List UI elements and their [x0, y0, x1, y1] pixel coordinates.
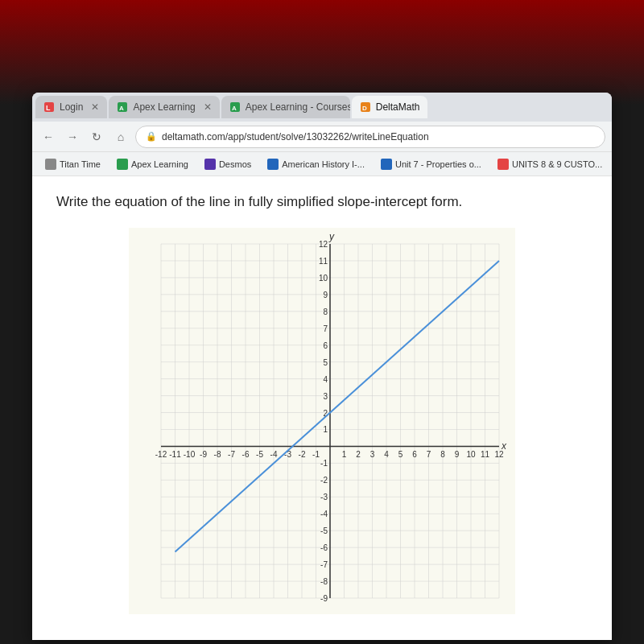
bookmark-apex[interactable]: Apex Learning — [110, 157, 195, 171]
apex-bookmark-icon — [117, 159, 128, 170]
svg-text:L: L — [46, 104, 51, 112]
svg-text:A: A — [232, 105, 237, 112]
tab-deltamath-label: DeltaMath — [376, 101, 420, 113]
tab-apex[interactable]: A Apex Learning ✕ — [109, 96, 219, 118]
svg-text:D: D — [362, 105, 367, 112]
bookmark-unit7-label: Unit 7 - Properties o... — [395, 159, 481, 169]
tab-apex-label: Apex Learning — [133, 101, 195, 113]
deltamath-tab-icon: D — [360, 101, 371, 113]
browser-window: L Login ✕ A Apex Learning ✕ A — [32, 93, 612, 640]
forward-button[interactable]: → — [63, 127, 82, 147]
units89-icon — [497, 159, 509, 170]
address-lock-icon: 🔒 — [146, 131, 157, 142]
bookmark-unit7[interactable]: Unit 7 - Properties o... — [374, 157, 488, 171]
desmos-icon — [204, 159, 216, 170]
bookmark-desmos-label: Desmos — [219, 159, 251, 169]
bookmark-american-history-label: American History I-... — [282, 159, 365, 169]
math-graph-canvas — [129, 228, 515, 614]
svg-text:A: A — [119, 105, 124, 112]
address-bar-row: ← → ↻ ⌂ 🔒 deltamath.com/app/student/solv… — [32, 122, 612, 152]
tab-apex-close[interactable]: ✕ — [204, 101, 212, 113]
bookmarks-bar: Titan Time Apex Learning Desmos American… — [32, 152, 612, 176]
american-history-icon — [267, 159, 279, 170]
apex-tab-icon: A — [117, 101, 128, 113]
problem-title: Write the equation of the line in fully … — [56, 192, 588, 212]
tab-login-label: Login — [60, 101, 83, 113]
graph-container — [56, 228, 588, 614]
refresh-button[interactable]: ↻ — [87, 127, 106, 147]
bookmark-titan-time-label: Titan Time — [60, 159, 101, 169]
bookmark-desmos[interactable]: Desmos — [198, 157, 258, 171]
tab-apex-courses[interactable]: A Apex Learning - Courses ✕ — [221, 96, 350, 118]
login-tab-icon: L — [43, 101, 55, 113]
graph-wrapper — [129, 228, 515, 614]
address-text: deltamath.com/app/student/solve/13032262… — [162, 131, 429, 142]
address-bar[interactable]: 🔒 deltamath.com/app/student/solve/130322… — [135, 126, 605, 148]
screen-background — [0, 0, 644, 105]
bookmark-units89[interactable]: UNITS 8 & 9 CUSTO... — [491, 157, 609, 171]
tab-bar: L Login ✕ A Apex Learning ✕ A — [32, 93, 612, 122]
tab-apex-courses-label: Apex Learning - Courses — [246, 101, 350, 113]
page-content: Write the equation of the line in fully … — [32, 176, 612, 640]
apex-courses-tab-icon: A — [229, 101, 241, 113]
unit7-icon — [381, 159, 392, 170]
bookmark-units89-label: UNITS 8 & 9 CUSTO... — [512, 159, 602, 169]
tab-login-close[interactable]: ✕ — [91, 101, 99, 113]
back-button[interactable]: ← — [39, 127, 58, 147]
bookmark-titan-time[interactable]: Titan Time — [39, 157, 107, 171]
bookmark-apex-label: Apex Learning — [131, 159, 188, 169]
tab-deltamath[interactable]: D DeltaMath — [352, 96, 428, 118]
tab-login[interactable]: L Login ✕ — [35, 96, 107, 118]
titan-time-icon — [45, 159, 56, 170]
home-button[interactable]: ⌂ — [111, 127, 130, 147]
bookmark-american-history[interactable]: American History I-... — [261, 157, 371, 171]
